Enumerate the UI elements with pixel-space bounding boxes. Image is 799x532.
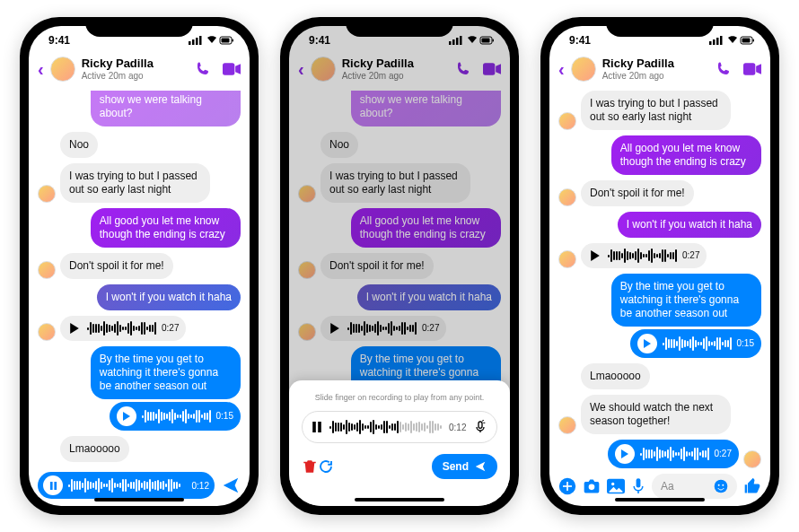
svg-rect-6 xyxy=(233,39,234,42)
waveform xyxy=(142,408,211,424)
pause-icon[interactable] xyxy=(43,475,63,495)
chat-thread: I was trying to but I passed out so earl… xyxy=(549,87,770,468)
voice-message-out[interactable]: 0:27 xyxy=(608,440,739,468)
contact-status: Active 20m ago xyxy=(602,71,704,81)
gallery-icon[interactable] xyxy=(607,478,625,494)
emoji-icon[interactable] xyxy=(714,479,728,493)
back-icon[interactable]: ‹ xyxy=(558,59,565,80)
recording-pill[interactable]: 0:12 xyxy=(38,472,215,499)
status-indicators xyxy=(709,36,754,45)
send-icon[interactable] xyxy=(221,475,241,495)
home-indicator xyxy=(615,498,705,501)
message-in: Lmaooooo xyxy=(581,363,650,389)
contact-status: Active 20m ago xyxy=(82,71,183,81)
sender-avatar xyxy=(38,323,56,341)
svg-rect-20 xyxy=(479,422,482,428)
svg-rect-35 xyxy=(637,478,641,487)
voice-duration: 0:15 xyxy=(216,411,233,423)
waveform xyxy=(663,336,732,352)
message-out: show we were talking about? xyxy=(91,91,241,126)
play-icon[interactable] xyxy=(67,321,82,336)
plus-icon[interactable] xyxy=(558,477,576,495)
voice-message-out[interactable]: 0:15 xyxy=(630,329,761,358)
svg-point-36 xyxy=(715,480,728,493)
message-in: I was trying to but I passed out so earl… xyxy=(581,91,731,130)
svg-rect-8 xyxy=(49,482,52,490)
message-in: Don't spoil it for me! xyxy=(60,253,173,279)
svg-rect-26 xyxy=(742,39,751,43)
message-out: I won't if you watch it haha xyxy=(618,212,761,238)
svg-rect-5 xyxy=(222,39,230,43)
recording-time: 0:12 xyxy=(192,481,209,491)
video-icon[interactable] xyxy=(223,63,241,75)
phone-icon[interactable] xyxy=(716,61,732,77)
back-icon[interactable]: ‹ xyxy=(38,59,44,80)
phone-1: 9:41 ‹ Ricky Padilla Active 20m ago show… xyxy=(20,17,259,515)
phone-3: 9:41 ‹ Ricky PadillaActive 20m ago I was… xyxy=(540,17,779,515)
svg-rect-1 xyxy=(192,39,195,45)
waveform xyxy=(608,248,677,264)
contact-name: Ricky Padilla xyxy=(602,57,704,70)
input-placeholder: Aa xyxy=(661,480,674,493)
restart-icon[interactable] xyxy=(318,458,334,475)
text-input[interactable]: Aa xyxy=(652,474,737,499)
svg-rect-27 xyxy=(753,39,755,42)
status-indicators xyxy=(189,36,233,45)
pause-icon[interactable] xyxy=(312,422,322,432)
play-icon[interactable] xyxy=(615,444,635,464)
play-icon[interactable] xyxy=(588,249,602,263)
like-icon[interactable] xyxy=(743,477,761,495)
home-indicator xyxy=(94,498,184,501)
voice-duration: 0:27 xyxy=(682,250,699,262)
avatar[interactable] xyxy=(571,57,596,82)
video-icon[interactable] xyxy=(743,63,761,75)
message-in: Don't spoil it for me! xyxy=(581,180,694,206)
play-icon[interactable] xyxy=(117,406,136,426)
voice-message-in[interactable]: 0:27 xyxy=(581,243,707,268)
svg-point-34 xyxy=(611,483,614,485)
svg-rect-21 xyxy=(709,41,712,45)
status-time: 9:41 xyxy=(48,34,70,47)
svg-rect-19 xyxy=(318,422,321,432)
svg-rect-28 xyxy=(743,63,755,74)
svg-rect-7 xyxy=(223,63,234,74)
svg-rect-9 xyxy=(54,482,57,490)
svg-rect-24 xyxy=(720,36,723,45)
message-in: We should watch the next season together… xyxy=(581,395,731,434)
send-label: Send xyxy=(443,460,469,473)
voice-duration: 0:27 xyxy=(715,449,732,460)
waveform[interactable] xyxy=(68,477,187,493)
svg-rect-23 xyxy=(716,38,719,45)
avatar[interactable] xyxy=(50,57,75,82)
svg-point-32 xyxy=(589,484,595,491)
voice-duration: 0:15 xyxy=(737,338,754,350)
sender-avatar xyxy=(743,450,761,468)
svg-rect-3 xyxy=(199,36,202,45)
svg-point-38 xyxy=(722,484,724,486)
voice-message-in[interactable]: 0:27 xyxy=(60,316,186,341)
waveform[interactable] xyxy=(329,419,442,435)
chat-thread: show we were talking about? Noo I was tr… xyxy=(29,87,250,467)
mic-icon[interactable] xyxy=(631,477,645,495)
waveform xyxy=(87,320,156,336)
message-out: By the time you get to watching it there… xyxy=(91,346,241,399)
message-in: I was trying to but I passed out so earl… xyxy=(60,163,210,203)
recording-preview[interactable]: 0:12 xyxy=(302,411,497,443)
message-in: Noo xyxy=(60,132,98,158)
play-icon[interactable] xyxy=(637,334,657,353)
svg-rect-22 xyxy=(713,39,716,45)
phone-icon[interactable] xyxy=(195,61,211,77)
svg-rect-2 xyxy=(196,38,198,45)
camera-icon[interactable] xyxy=(583,478,601,494)
voice-duration: 0:27 xyxy=(162,323,179,335)
send-button[interactable]: Send xyxy=(432,454,497,479)
svg-rect-31 xyxy=(563,485,572,487)
voice-message-out[interactable]: 0:15 xyxy=(110,402,241,431)
svg-rect-0 xyxy=(189,41,191,45)
svg-rect-18 xyxy=(312,422,316,432)
sender-avatar xyxy=(558,416,576,434)
message-out: I won't if you watch it haha xyxy=(97,284,241,310)
mic-lock-icon[interactable] xyxy=(473,420,487,434)
sender-avatar xyxy=(558,250,576,268)
trash-icon[interactable] xyxy=(302,458,318,475)
